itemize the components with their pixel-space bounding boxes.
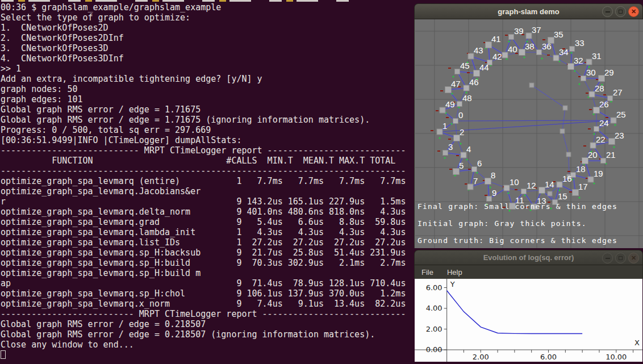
graph-viewport[interactable]: 0123456789101112131415161718192021222324…: [414, 19, 643, 248]
legend-initial-graph: Initial graph: Gray thick points.: [417, 219, 587, 228]
svg-text:40: 40: [508, 44, 517, 54]
svg-text:46: 46: [469, 77, 479, 87]
svg-text:31: 31: [592, 51, 602, 61]
svg-text:4: 4: [466, 144, 471, 154]
clipped-scrollback-line: [1, 0, 353, 2]
svg-text:0: 0: [458, 110, 463, 120]
error-chart: 2.006.0010.000.002.004.006.00YX: [415, 279, 642, 362]
menu-file[interactable]: File: [421, 268, 433, 277]
close-icon: ✕: [631, 9, 636, 15]
minimize-icon: [606, 258, 610, 259]
minimize-icon: [606, 11, 610, 12]
plot-window-title: Evolution of log(sq. error): [483, 253, 574, 262]
svg-text:32: 32: [574, 56, 583, 65]
svg-text:41: 41: [491, 34, 501, 44]
svg-text:1: 1: [442, 121, 447, 131]
svg-text:21: 21: [606, 150, 616, 160]
svg-text:49: 49: [445, 99, 455, 109]
plot-window-titlebar[interactable]: Evolution of log(sq. error) ✕: [414, 250, 643, 265]
close-button[interactable]: ✕: [628, 253, 639, 263]
svg-text:44: 44: [479, 62, 489, 72]
plot-menubar: File Help: [414, 265, 643, 279]
svg-text:2.00: 2.00: [473, 353, 489, 361]
svg-text:6: 6: [477, 158, 482, 168]
graph-slam-window: graph-slam demo ✕ 0123456789101112131415…: [414, 3, 643, 248]
svg-text:37: 37: [532, 25, 541, 35]
svg-text:10.00: 10.00: [606, 353, 627, 361]
error-plot-area[interactable]: 2.006.0010.000.002.004.006.00YX: [415, 279, 642, 362]
svg-text:10: 10: [510, 177, 519, 187]
svg-text:6.00: 6.00: [426, 283, 442, 292]
svg-text:47: 47: [451, 79, 461, 89]
menu-help[interactable]: Help: [447, 268, 462, 277]
svg-text:2: 2: [460, 127, 464, 137]
maximize-button[interactable]: [615, 6, 626, 17]
minimize-button[interactable]: [602, 253, 613, 263]
svg-text:19: 19: [594, 169, 603, 178]
svg-text:Y: Y: [450, 280, 455, 288]
svg-text:8: 8: [491, 170, 495, 180]
svg-text:35: 35: [554, 30, 563, 39]
svg-text:X: X: [634, 338, 640, 347]
svg-text:5: 5: [459, 161, 464, 170]
graph-legend-overlay: Final graph: Small corners & thin edges …: [417, 202, 617, 245]
svg-text:34: 34: [559, 47, 569, 57]
legend-ground-truth: Ground truth: Big corners & thick edges: [417, 236, 617, 245]
svg-text:38: 38: [525, 41, 535, 51]
error-plot-window: Evolution of log(sq. error) ✕ File Help …: [414, 250, 643, 364]
svg-text:23: 23: [615, 131, 624, 140]
svg-text:16: 16: [562, 174, 572, 183]
svg-text:48: 48: [462, 93, 472, 103]
svg-text:39: 39: [514, 26, 524, 36]
close-button[interactable]: ✕: [628, 6, 639, 17]
graph-window-title: graph-slam demo: [498, 7, 559, 16]
svg-text:43: 43: [474, 45, 483, 55]
terminal-window[interactable]: 00:36 $ graphslam_example/graphslam_exam…: [0, 0, 414, 364]
svg-text:20: 20: [588, 150, 598, 160]
svg-text:26: 26: [599, 99, 609, 109]
close-icon: ✕: [631, 255, 636, 261]
terminal-cursor: [1, 350, 6, 359]
svg-text:2.00: 2.00: [426, 325, 442, 333]
graph-window-titlebar[interactable]: graph-slam demo ✕: [414, 3, 643, 19]
svg-text:17: 17: [578, 182, 588, 191]
maximize-button[interactable]: [615, 253, 626, 263]
svg-text:9: 9: [492, 188, 496, 198]
svg-text:28: 28: [595, 83, 604, 93]
svg-text:7: 7: [473, 176, 478, 186]
svg-text:45: 45: [460, 61, 470, 70]
svg-text:36: 36: [542, 41, 552, 51]
legend-final-graph: Final graph: Small corners & thin edges: [417, 202, 617, 211]
svg-text:29: 29: [604, 68, 614, 77]
svg-text:22: 22: [596, 135, 606, 144]
svg-text:0.00: 0.00: [426, 345, 442, 354]
svg-text:4.00: 4.00: [426, 304, 442, 312]
svg-text:3: 3: [448, 142, 453, 152]
maximize-icon: [619, 10, 623, 14]
svg-text:15: 15: [558, 191, 567, 201]
maximize-icon: [619, 256, 623, 260]
svg-text:24: 24: [599, 118, 609, 128]
svg-text:42: 42: [492, 52, 502, 61]
terminal-text: 00:36 $ graphslam_example/graphslam_exam…: [1, 2, 406, 350]
svg-text:6.00: 6.00: [540, 353, 557, 361]
minimize-button[interactable]: [602, 6, 613, 17]
svg-text:25: 25: [616, 110, 626, 119]
svg-text:14: 14: [545, 179, 554, 189]
svg-text:18: 18: [576, 164, 586, 174]
svg-text:33: 33: [575, 38, 584, 48]
svg-text:27: 27: [613, 87, 623, 97]
svg-text:12: 12: [527, 181, 536, 190]
svg-text:30: 30: [586, 68, 596, 77]
